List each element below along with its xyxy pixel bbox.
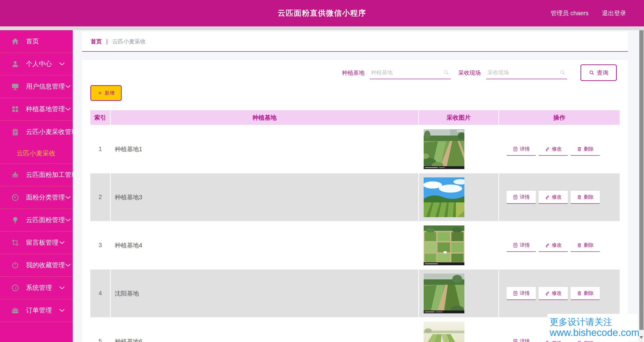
sidebar-item-label: 留言板管理 bbox=[26, 238, 59, 247]
sidebar-item-user-info-mgmt[interactable]: 用户信息管理 bbox=[0, 76, 73, 98]
grid-icon bbox=[11, 105, 20, 114]
logout-link[interactable]: 退出登录 bbox=[602, 9, 626, 17]
sidebar-item-label: 云匹面粉管理 bbox=[26, 216, 65, 224]
sidebar-item-system-mgmt[interactable]: 系统管理 bbox=[0, 277, 73, 299]
edit-button[interactable]: 修改 bbox=[539, 191, 568, 204]
delete-button[interactable]: 删除 bbox=[571, 143, 600, 156]
trash-icon bbox=[577, 290, 582, 296]
row-base-name: 种植基地6 bbox=[110, 318, 418, 342]
scene-search-input[interactable] bbox=[486, 66, 567, 79]
vertical-scrollbar[interactable] bbox=[639, 30, 644, 342]
query-button[interactable]: 查询 bbox=[580, 64, 617, 81]
watermark-link[interactable]: www.bishecode.com bbox=[550, 327, 639, 338]
watermark-line1: 更多设计请关注 bbox=[550, 317, 612, 327]
chevron-down-icon bbox=[59, 241, 65, 245]
sidebar-item-favorites-mgmt[interactable]: 我的收藏管理 bbox=[0, 254, 73, 277]
breadcrumb: 首页 | 云匹小麦采收 bbox=[82, 32, 628, 52]
scene-search-label: 采收现场 bbox=[458, 69, 481, 76]
sidebar-item-profile-center[interactable]: 个人中心 bbox=[0, 53, 73, 76]
sidebar-item-planting-base-mgmt[interactable]: 种植基地管理 bbox=[0, 98, 73, 120]
photo-garden-2[interactable] bbox=[424, 274, 464, 313]
row-index: 1 bbox=[90, 125, 110, 173]
sidebar-item-label: 云匹小麦采收管理 bbox=[26, 128, 73, 136]
row-actions: 详情 修改 删除 bbox=[498, 125, 620, 173]
chevron-down-icon bbox=[59, 62, 65, 66]
photo-garden[interactable] bbox=[424, 129, 464, 169]
row-actions: 详情 修改 删除 bbox=[498, 270, 620, 317]
search-icon bbox=[560, 69, 566, 76]
table-row: 3 种植基地4 详情 修改 删除 bbox=[90, 221, 620, 269]
detail-button[interactable]: 详情 bbox=[507, 239, 536, 252]
admin-user-label: 管理员 chaers bbox=[550, 9, 588, 17]
chevron-down-icon bbox=[65, 263, 71, 267]
search-icon bbox=[589, 70, 594, 76]
sidebar-item-label: 首页 bbox=[26, 37, 65, 46]
detail-button[interactable]: 详情 bbox=[507, 335, 536, 342]
row-image-cell bbox=[418, 270, 498, 317]
delete-button[interactable]: 删除 bbox=[571, 287, 600, 300]
row-base-name: 种植基地4 bbox=[110, 222, 418, 269]
col-header-index: 索引 bbox=[90, 110, 110, 125]
trash-icon bbox=[577, 242, 582, 248]
breadcrumb-separator: | bbox=[106, 38, 108, 45]
stamp-icon bbox=[11, 170, 20, 180]
table-header-row: 索引 种植基地 采收图片 操作 bbox=[90, 110, 620, 125]
header-divider-strip bbox=[0, 26, 644, 30]
row-actions: 详情 修改 删除 bbox=[498, 222, 620, 269]
delete-button[interactable]: 删除 bbox=[571, 191, 600, 204]
add-button[interactable]: 新增 bbox=[90, 85, 122, 101]
sidebar-item-flour-processing-mgmt[interactable]: 云匹面粉加工管理 bbox=[0, 164, 73, 186]
delete-button[interactable]: 删除 bbox=[571, 239, 600, 252]
row-image-cell bbox=[418, 222, 498, 269]
row-index: 5 bbox=[90, 318, 110, 342]
detail-button[interactable]: 详情 bbox=[507, 143, 536, 156]
sidebar-item-flour-mgmt[interactable]: 云匹面粉管理 bbox=[0, 209, 73, 232]
row-index: 3 bbox=[90, 222, 110, 269]
sidebar-item-order-mgmt[interactable]: 订单管理 bbox=[0, 299, 73, 322]
sidebar-subitem-label: 云匹小麦采收 bbox=[16, 149, 56, 158]
document-icon bbox=[513, 242, 518, 248]
row-base-name: 沈阳基地 bbox=[110, 270, 418, 317]
scrollbar-thumb[interactable] bbox=[639, 30, 644, 330]
app-title: 云匹面粉直供微信小程序 bbox=[278, 8, 366, 18]
pencil-icon bbox=[545, 194, 550, 200]
monitor-icon bbox=[11, 82, 20, 91]
photo-wheat-field[interactable] bbox=[424, 322, 464, 342]
pencil-icon bbox=[545, 242, 550, 248]
document-icon bbox=[513, 339, 518, 342]
sidebar-item-home[interactable]: 首页 bbox=[0, 30, 73, 53]
detail-button[interactable]: 详情 bbox=[507, 191, 536, 204]
edit-button[interactable]: 修改 bbox=[539, 239, 568, 252]
sidebar-item-label: 系统管理 bbox=[26, 284, 59, 292]
sidebar-item-label: 订单管理 bbox=[26, 306, 59, 315]
base-search-wrap bbox=[370, 66, 451, 79]
gauge-icon bbox=[11, 193, 20, 202]
sidebar-item-message-board-mgmt[interactable]: 留言板管理 bbox=[0, 232, 73, 254]
scrollbar-down-arrow-icon[interactable] bbox=[640, 336, 643, 339]
clipboard-icon bbox=[11, 128, 20, 136]
harvest-table: 索引 种植基地 采收图片 操作 1 种植基地1 详情 bbox=[90, 110, 620, 342]
photo-sky-field[interactable] bbox=[424, 177, 464, 217]
trash-icon bbox=[577, 146, 582, 152]
briefcase-icon bbox=[11, 306, 20, 315]
col-header-actions: 操作 bbox=[498, 110, 620, 125]
chevron-down-icon bbox=[59, 286, 65, 290]
edit-button[interactable]: 修改 bbox=[539, 287, 568, 300]
photo-aerial-plots[interactable] bbox=[424, 226, 464, 265]
breadcrumb-current: 云匹小麦采收 bbox=[112, 38, 146, 45]
sidebar-item-flour-category-mgmt[interactable]: 面粉分类管理 bbox=[0, 186, 73, 209]
chevron-down-icon bbox=[65, 218, 71, 222]
table-row: 4 沈阳基地 详情 修改 删除 bbox=[90, 269, 620, 317]
base-search-input[interactable] bbox=[370, 66, 451, 79]
detail-button[interactable]: 详情 bbox=[507, 287, 536, 300]
sidebar-item-wheat-harvest-mgmt[interactable]: 云匹小麦采收管理 bbox=[0, 120, 73, 143]
breadcrumb-home-link[interactable]: 首页 bbox=[90, 38, 102, 45]
sidebar-item-label: 面粉分类管理 bbox=[26, 193, 65, 202]
chevron-down-icon bbox=[65, 196, 71, 200]
user-icon bbox=[11, 60, 20, 68]
edit-button[interactable]: 修改 bbox=[539, 143, 568, 156]
row-actions: 详情 修改 删除 bbox=[498, 173, 620, 221]
sidebar-item-label: 种植基地管理 bbox=[26, 105, 65, 114]
top-bar: 云匹面粉直供微信小程序 管理员 chaers 退出登录 bbox=[0, 0, 644, 26]
sidebar-subitem-wheat-harvest[interactable]: 云匹小麦采收 bbox=[0, 143, 73, 164]
